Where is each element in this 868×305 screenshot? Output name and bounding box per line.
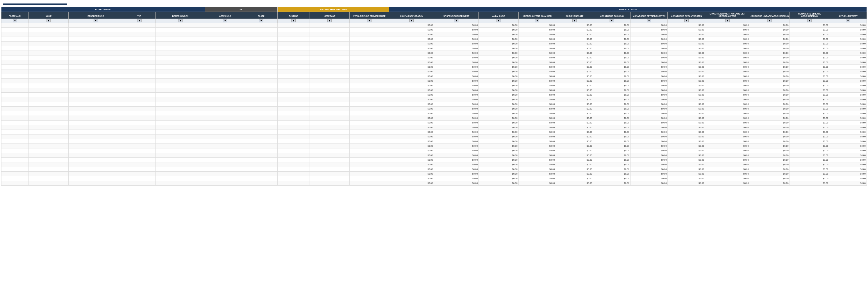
filter-btn-monlin[interactable]: ▼ <box>807 19 812 22</box>
cell-1[interactable] <box>29 74 69 78</box>
filter-anzahl[interactable]: ▼ <box>479 19 519 23</box>
cell-1[interactable] <box>29 23 69 27</box>
cell-3[interactable] <box>123 65 156 69</box>
cell-4[interactable] <box>156 153 205 158</box>
cell-7[interactable] <box>277 27 310 32</box>
finance-cell-4[interactable]: $0.00 <box>556 134 593 139</box>
finance-cell-3[interactable]: $0.00 <box>519 27 556 32</box>
finance-cell-4[interactable]: $0.00 <box>556 83 593 88</box>
finance-cell-3[interactable]: $0.00 <box>519 97 556 102</box>
cell-2[interactable] <box>68 120 123 125</box>
table-row[interactable]: $0.00$0.00$0.00$0.00$0.00$0.00$0.00$0.00… <box>1 153 867 158</box>
cell-7[interactable] <box>277 143 310 148</box>
cell-5[interactable] <box>205 106 245 111</box>
finance-cell-5[interactable]: $0.00 <box>593 181 630 185</box>
finance-cell-5[interactable]: $0.00 <box>593 130 630 134</box>
finance-cell-3[interactable]: $0.00 <box>519 55 556 60</box>
cell-4[interactable] <box>156 78 205 83</box>
cell-0[interactable] <box>1 83 29 88</box>
table-row[interactable]: $0.00$0.00$0.00$0.00$0.00$0.00$0.00$0.00… <box>1 83 867 88</box>
cell-7[interactable] <box>277 106 310 111</box>
cell-0[interactable] <box>1 97 29 102</box>
cell-3[interactable] <box>123 106 156 111</box>
finance-cell-6[interactable]: $0.00 <box>630 162 668 167</box>
finance-cell-10[interactable]: $0.00 <box>789 78 829 83</box>
finance-cell-1[interactable]: $0.00 <box>434 153 479 158</box>
finance-cell-2[interactable]: $0.00 <box>479 102 519 106</box>
finance-cell-10[interactable]: $0.00 <box>789 50 829 55</box>
cell-2[interactable] <box>68 102 123 106</box>
finance-cell-5[interactable]: $0.00 <box>593 41 630 46</box>
cell-4[interactable] <box>156 41 205 46</box>
finance-cell-6[interactable]: $0.00 <box>630 60 668 65</box>
finance-cell-6[interactable]: $0.00 <box>630 167 668 171</box>
finance-cell-9[interactable]: $0.00 <box>750 32 789 37</box>
finance-cell-11[interactable]: $0.00 <box>829 125 867 130</box>
cell-8[interactable] <box>310 78 349 83</box>
finance-cell-10[interactable]: $0.00 <box>789 60 829 65</box>
finance-cell-2[interactable]: $0.00 <box>479 50 519 55</box>
finance-cell-8[interactable]: $0.00 <box>705 143 750 148</box>
cell-9[interactable] <box>349 162 389 167</box>
cell-0[interactable] <box>1 55 29 60</box>
cell-1[interactable] <box>29 162 69 167</box>
finance-cell-2[interactable]: $0.00 <box>479 176 519 181</box>
table-row[interactable]: $0.00$0.00$0.00$0.00$0.00$0.00$0.00$0.00… <box>1 130 867 134</box>
cell-8[interactable] <box>310 125 349 130</box>
finance-cell-3[interactable]: $0.00 <box>519 41 556 46</box>
cell-7[interactable] <box>277 130 310 134</box>
cell-0[interactable] <box>1 130 29 134</box>
filter-jahrlin[interactable]: ▼ <box>750 19 789 23</box>
finance-cell-5[interactable]: $0.00 <box>593 27 630 32</box>
finance-cell-7[interactable]: $0.00 <box>668 106 705 111</box>
finance-cell-6[interactable]: $0.00 <box>630 37 668 41</box>
cell-5[interactable] <box>205 162 245 167</box>
finance-cell-10[interactable]: $0.00 <box>789 102 829 106</box>
cell-4[interactable] <box>156 23 205 27</box>
finance-cell-11[interactable]: $0.00 <box>829 41 867 46</box>
cell-6[interactable] <box>245 148 277 153</box>
cell-1[interactable] <box>29 69 69 74</box>
finance-cell-3[interactable]: $0.00 <box>519 78 556 83</box>
finance-cell-8[interactable]: $0.00 <box>705 92 750 97</box>
cell-0[interactable] <box>1 125 29 130</box>
cell-0[interactable] <box>1 60 29 65</box>
cell-5[interactable] <box>205 83 245 88</box>
filter-monbetr[interactable]: ▼ <box>630 19 668 23</box>
cell-2[interactable] <box>68 134 123 139</box>
finance-cell-11[interactable]: $0.00 <box>829 92 867 97</box>
finance-cell-11[interactable]: $0.00 <box>829 37 867 41</box>
table-row[interactable]: $0.00$0.00$0.00$0.00$0.00$0.00$0.00$0.00… <box>1 27 867 32</box>
finance-cell-4[interactable]: $0.00 <box>556 120 593 125</box>
cell-7[interactable] <box>277 162 310 167</box>
finance-cell-7[interactable]: $0.00 <box>668 37 705 41</box>
finance-cell-9[interactable]: $0.00 <box>750 60 789 65</box>
finance-cell-1[interactable]: $0.00 <box>434 115 479 120</box>
cell-1[interactable] <box>29 115 69 120</box>
cell-1[interactable] <box>29 41 69 46</box>
finance-cell-5[interactable]: $0.00 <box>593 83 630 88</box>
table-row[interactable]: $0.00$0.00$0.00$0.00$0.00$0.00$0.00$0.00… <box>1 88 867 92</box>
finance-cell-8[interactable]: $0.00 <box>705 134 750 139</box>
cell-6[interactable] <box>245 55 277 60</box>
cell-4[interactable] <box>156 46 205 50</box>
cell-5[interactable] <box>205 171 245 176</box>
cell-6[interactable] <box>245 134 277 139</box>
cell-1[interactable] <box>29 181 69 185</box>
finance-cell-11[interactable]: $0.00 <box>829 23 867 27</box>
table-row[interactable]: $0.00$0.00$0.00$0.00$0.00$0.00$0.00$0.00… <box>1 148 867 153</box>
cell-6[interactable] <box>245 162 277 167</box>
cell-4[interactable] <box>156 32 205 37</box>
cell-4[interactable] <box>156 60 205 65</box>
cell-6[interactable] <box>245 167 277 171</box>
cell-5[interactable] <box>205 69 245 74</box>
cell-5[interactable] <box>205 23 245 27</box>
finance-cell-3[interactable]: $0.00 <box>519 125 556 130</box>
finance-cell-9[interactable]: $0.00 <box>750 143 789 148</box>
filter-kaufdatum[interactable]: ▼ <box>389 19 434 23</box>
cell-2[interactable] <box>68 41 123 46</box>
finance-cell-11[interactable]: $0.00 <box>829 65 867 69</box>
cell-9[interactable] <box>349 102 389 106</box>
finance-cell-9[interactable]: $0.00 <box>750 102 789 106</box>
cell-4[interactable] <box>156 120 205 125</box>
